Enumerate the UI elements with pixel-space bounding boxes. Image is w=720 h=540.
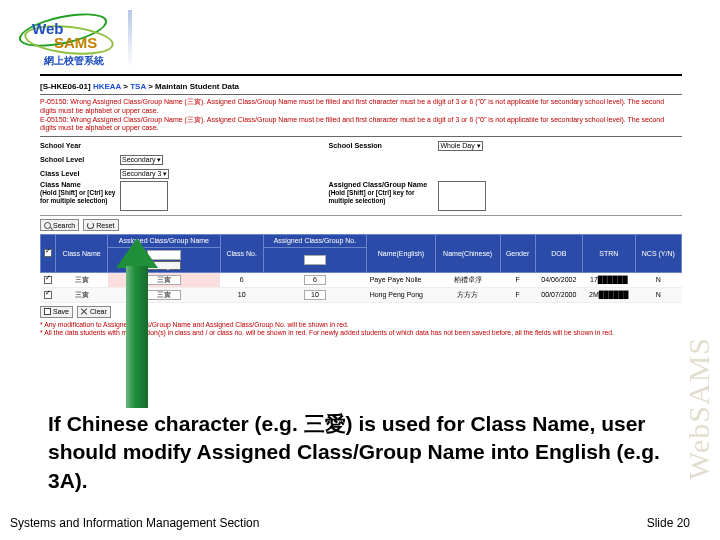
row-checkbox[interactable]: [44, 291, 52, 299]
cell-class: 三實: [56, 272, 108, 287]
cell-name-en: Paye Paye Nolle: [367, 272, 436, 287]
slide-caption: If Chinese character (e.g. 三愛) is used f…: [48, 410, 672, 495]
label-class-name: Class Name(Hold [Shift] or [Ctrl] key fo…: [40, 181, 120, 205]
cell-class: 三實: [56, 287, 108, 302]
reset-icon: [87, 222, 94, 229]
save-button[interactable]: Save: [40, 306, 73, 318]
search-icon: [44, 222, 51, 229]
select-all-checkbox[interactable]: [44, 249, 52, 257]
save-icon: [44, 308, 51, 315]
crumb-tsa[interactable]: TSA: [130, 82, 146, 91]
cell-gender: F: [500, 287, 535, 302]
cell-name-cn: 方方方: [435, 287, 500, 302]
input-assigned-no[interactable]: [304, 290, 326, 300]
cell-class-no: 10: [220, 287, 263, 302]
horizontal-rule: [40, 74, 682, 76]
clear-icon: [81, 308, 88, 315]
cell-class-no: 6: [220, 272, 263, 287]
label-school-session: School Session: [328, 142, 438, 150]
cell-gender: F: [500, 272, 535, 287]
error-panel: P-05150: Wrong Assigned Class/Group Name…: [40, 94, 682, 137]
breadcrumb: [S-HKE06-01] HKEAA > TSA > Maintain Stud…: [40, 82, 682, 91]
th-class-name[interactable]: Class Name: [56, 235, 108, 273]
select-class-level[interactable]: Secondary 3 ▾: [120, 169, 169, 179]
th-ncs[interactable]: NCS (Y/N): [635, 235, 681, 273]
bulk-no-input[interactable]: [304, 255, 326, 265]
callout-arrow: [120, 238, 154, 408]
websams-logo: Web SAMS 網上校管系統: [14, 12, 124, 68]
error-line: E-05150: Wrong Assigned Class/Group Name…: [40, 116, 682, 134]
select-school-level[interactable]: Secondary ▾: [120, 155, 163, 165]
th-name-en[interactable]: Name(English): [367, 235, 436, 273]
cell-strn: 17██████: [583, 272, 636, 287]
cell-dob: 04/06/2002: [535, 272, 582, 287]
th-dob[interactable]: DOB: [535, 235, 582, 273]
cell-ncs: N: [635, 272, 681, 287]
th-gender[interactable]: Gender: [500, 235, 535, 273]
listbox-class-name[interactable]: [120, 181, 168, 211]
reset-button[interactable]: Reset: [83, 219, 118, 231]
input-assigned-no[interactable]: [304, 275, 326, 285]
th-strn[interactable]: STRN: [583, 235, 636, 273]
crumb-current: Maintain Student Data: [155, 82, 239, 91]
watermark: WebSAMS: [682, 337, 716, 480]
cell-dob: 00/07/2000: [535, 287, 582, 302]
cell-name-cn: 柏禮卓浮: [435, 272, 500, 287]
row-checkbox[interactable]: [44, 276, 52, 284]
label-school-level: School Level: [40, 156, 120, 164]
th-class-no[interactable]: Class No.: [220, 235, 263, 273]
select-school-session[interactable]: Whole Day ▾: [438, 141, 482, 151]
filter-panel: School Year School LevelSecondary ▾ Clas…: [40, 137, 682, 216]
cell-name-en: Hong Peng Pong: [367, 287, 436, 302]
label-class-level: Class Level: [40, 170, 120, 178]
label-assigned-group: Assigned Class/Group Name(Hold [Shift] o…: [328, 181, 438, 205]
crumb-hkeaa[interactable]: HKEAA: [93, 82, 121, 91]
search-button[interactable]: Search: [40, 219, 79, 231]
error-line: P-05150: Wrong Assigned Class/Group Name…: [40, 98, 682, 116]
listbox-assigned-group[interactable]: [438, 181, 486, 211]
divider: [128, 10, 132, 68]
footer-left: Systems and Information Management Secti…: [10, 516, 259, 530]
label-school-year: School Year: [40, 142, 120, 150]
clear-button[interactable]: Clear: [77, 306, 111, 318]
cell-strn: 2M██████: [583, 287, 636, 302]
footer-right: Slide 20: [647, 516, 690, 530]
cell-ncs: N: [635, 287, 681, 302]
th-name-cn[interactable]: Name(Chinese): [435, 235, 500, 273]
th-assigned-no[interactable]: Assigned Class/Group No.: [263, 235, 366, 248]
